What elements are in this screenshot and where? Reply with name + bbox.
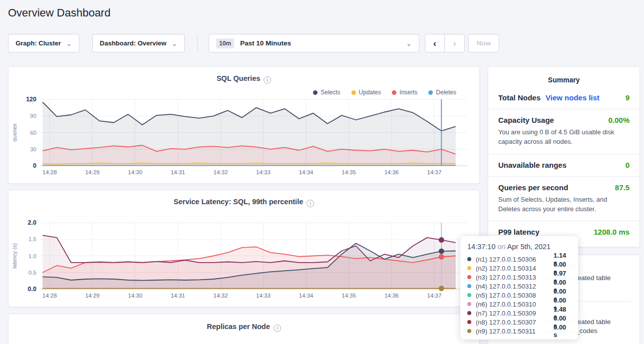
dashboard-dropdown-label: Dashboard: Overview <box>100 39 167 47</box>
svg-text:14:32: 14:32 <box>214 169 228 175</box>
dashboard-dropdown[interactable]: Dashboard: Overview ⌄ <box>92 34 185 52</box>
summary-panel: Summary Total Nodes View nodes list 9 Ca… <box>488 66 640 247</box>
tooltip-date: Apr 5th, 2021 <box>507 243 551 251</box>
time-range-badge: 10m <box>216 38 234 48</box>
series-dot-icon <box>467 284 471 288</box>
service-latency-chart[interactable]: 14:2814:2914:3014:3114:3214:3314:3414:35… <box>9 218 479 303</box>
summary-label: Queries per second <box>498 183 568 192</box>
controls-divider <box>197 35 198 51</box>
tooltip-on-text: on <box>497 243 505 251</box>
page-title: Overview Dashboard <box>8 6 110 19</box>
chevron-down-icon: ⌄ <box>406 41 412 46</box>
svg-text:120: 120 <box>26 96 36 103</box>
svg-text:0.5: 0.5 <box>28 270 36 276</box>
tooltip-node: (n3) 127.0.0.1:50313 <box>476 274 554 281</box>
time-prev-button[interactable]: ‹ <box>425 34 445 52</box>
svg-text:14:34: 14:34 <box>299 169 314 175</box>
summary-value: 9 <box>626 93 630 102</box>
time-next-button[interactable]: › <box>445 34 465 52</box>
replicas-title: Replicas per Nodei <box>8 314 479 332</box>
summary-desc: You are using 0 B of 4.5 GiB usable disk… <box>498 128 630 147</box>
tooltip-time: 14:37:10 <box>467 243 495 251</box>
summary-title: Summary <box>488 67 640 87</box>
svg-text:14:28: 14:28 <box>42 293 57 299</box>
series-dot-icon <box>467 302 471 306</box>
svg-text:14:37: 14:37 <box>427 169 442 175</box>
svg-text:2.0: 2.0 <box>28 219 36 226</box>
svg-text:90: 90 <box>30 113 36 119</box>
svg-text:14:31: 14:31 <box>171 293 185 299</box>
tooltip-node: (n6) 127.0.0.1:50310 <box>476 301 554 308</box>
svg-text:14:33: 14:33 <box>256 169 271 175</box>
now-button[interactable]: Now <box>468 34 499 52</box>
chart-hover-tooltip: 14:37:10 on Apr 5th, 2021 (n1) 127.0.0.1… <box>460 236 578 340</box>
sql-queries-card: SQL Queriesi Selects Updates Inserts Del… <box>8 66 480 184</box>
chevron-left-icon: ‹ <box>433 38 436 49</box>
series-dot-icon <box>467 266 471 270</box>
svg-text:0: 0 <box>33 162 36 169</box>
svg-text:14:36: 14:36 <box>384 293 399 299</box>
svg-text:14:35: 14:35 <box>341 293 356 299</box>
tooltip-rows: (n1) 127.0.0.1:50306 1.14 s (n2) 127.0.0… <box>467 255 571 336</box>
summary-value: 1208.0 ms <box>594 228 630 236</box>
summary-row-capacity-usage: Capacity Usage 0.00% You are using 0 B o… <box>488 109 640 154</box>
summary-row-total-nodes: Total Nodes View nodes list 9 <box>488 87 640 109</box>
svg-text:queries: queries <box>11 123 17 142</box>
svg-text:1.5: 1.5 <box>28 236 36 242</box>
svg-text:14:32: 14:32 <box>214 293 228 299</box>
info-icon[interactable]: i <box>307 200 314 207</box>
tooltip-node: (n7) 127.0.0.1:50309 <box>476 310 554 317</box>
tooltip-value: 0.00 s <box>554 324 571 339</box>
svg-text:14:37: 14:37 <box>427 293 442 299</box>
svg-text:14:30: 14:30 <box>128 293 142 299</box>
svg-text:0.0: 0.0 <box>28 286 36 293</box>
service-latency-card: Service Latency: SQL, 99th percentilei 1… <box>8 190 480 307</box>
svg-text:60: 60 <box>30 130 36 136</box>
summary-value: 87.5 <box>615 183 630 192</box>
tooltip-node: (n9) 127.0.0.1:50311 <box>476 328 554 335</box>
svg-text:latency (s): latency (s) <box>11 243 17 269</box>
tooltip-node: (n1) 127.0.0.1:50306 <box>476 256 554 263</box>
graph-dropdown-label: Graph: Cluster <box>15 39 61 47</box>
svg-text:30: 30 <box>30 146 36 152</box>
svg-text:14:34: 14:34 <box>299 293 314 299</box>
time-nav-group: ‹ › <box>425 34 465 52</box>
time-range-label: Past 10 Minutes <box>240 39 291 47</box>
summary-desc: Sum of Selects, Updates, Inserts, and De… <box>498 195 630 214</box>
summary-label: P99 latency <box>498 228 540 236</box>
tooltip-node: (n2) 127.0.0.1:50314 <box>476 265 554 272</box>
svg-text:14:31: 14:31 <box>171 169 185 175</box>
tooltip-timestamp: 14:37:10 on Apr 5th, 2021 <box>467 243 571 251</box>
series-dot-icon <box>467 320 471 324</box>
series-dot-icon <box>467 275 471 279</box>
chevron-right-icon: › <box>453 38 456 49</box>
summary-label: Capacity Usage <box>498 116 554 124</box>
svg-text:14:29: 14:29 <box>85 293 100 299</box>
sql-queries-chart[interactable]: 14:2814:2914:3014:3114:3214:3314:3414:35… <box>9 94 479 179</box>
tooltip-row: (n9) 127.0.0.1:50311 0.00 s <box>467 327 571 336</box>
series-dot-icon <box>467 311 471 315</box>
summary-row-queries-per-second: Queries per second 87.5 Sum of Selects, … <box>488 177 640 222</box>
tooltip-node: (n4) 127.0.0.1:50312 <box>476 283 554 290</box>
svg-text:14:35: 14:35 <box>341 169 356 175</box>
chart-title-text: Replicas per Node <box>207 323 270 331</box>
tooltip-node: (n5) 127.0.0.1:50308 <box>476 292 554 299</box>
series-dot-icon <box>467 293 471 297</box>
time-range-selector[interactable]: 10m Past 10 Minutes ⌄ <box>209 34 419 52</box>
summary-label: Unavailable ranges <box>498 161 567 169</box>
svg-text:14:28: 14:28 <box>42 169 57 175</box>
svg-text:14:30: 14:30 <box>128 169 142 175</box>
graph-dropdown[interactable]: Graph: Cluster ⌄ <box>8 34 79 52</box>
chevron-down-icon: ⌄ <box>66 41 72 46</box>
info-icon[interactable]: i <box>264 76 271 84</box>
svg-text:14:33: 14:33 <box>256 293 271 299</box>
summary-row-unavailable-ranges: Unavailable ranges 0 <box>488 154 640 177</box>
view-nodes-list-link[interactable]: View nodes list <box>546 93 600 102</box>
chart-title-text: SQL Queries <box>217 74 261 82</box>
svg-text:14:29: 14:29 <box>85 169 100 175</box>
sql-queries-title: SQL Queriesi <box>8 67 479 84</box>
service-latency-title: Service Latency: SQL, 99th percentilei <box>8 190 479 207</box>
svg-text:14:36: 14:36 <box>384 169 399 175</box>
summary-value: 0 <box>626 161 630 169</box>
info-icon[interactable]: i <box>274 325 281 332</box>
